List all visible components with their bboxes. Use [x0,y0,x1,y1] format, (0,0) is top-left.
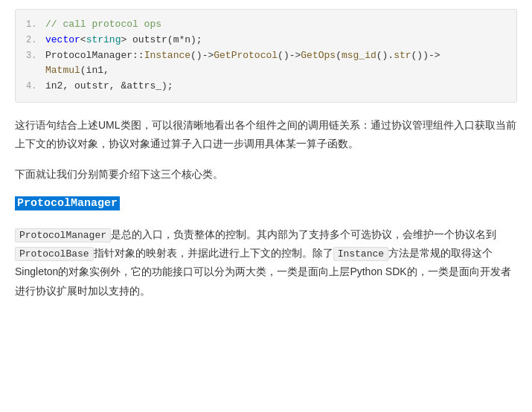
inline-code-protocol-manager: ProtocolManager [15,228,111,242]
paragraph-2: 下面就让我们分别简要介绍下这三个核心类。 [15,165,517,184]
inline-code-instance: Instance [333,247,388,261]
code-line-3: 3. ProtocolManager::Instance()->GetProto… [26,48,506,64]
section-title: ProtocolManager [15,196,120,210]
code-block: 1. // call protocol ops 2. vector<string… [15,9,517,103]
code-line-4: 4. in2, outstr, &attrs_); [26,79,506,94]
paragraph-3: ProtocolManager是总的入口，负责整体的控制。其内部为了支持多个可选… [15,225,517,300]
code-line-3b: Matmul(in1, [26,63,506,79]
code-line-2: 2. vector<string> outstr(m*n); [26,33,506,48]
paragraph-1: 这行语句结合上述UML类图，可以很清晰地看出各个组件之间的调用链关系：通过协议管… [15,116,517,153]
code-line-1: 1. // call protocol ops [26,17,506,33]
inline-code-protocol-base: ProtocolBase [15,247,94,261]
